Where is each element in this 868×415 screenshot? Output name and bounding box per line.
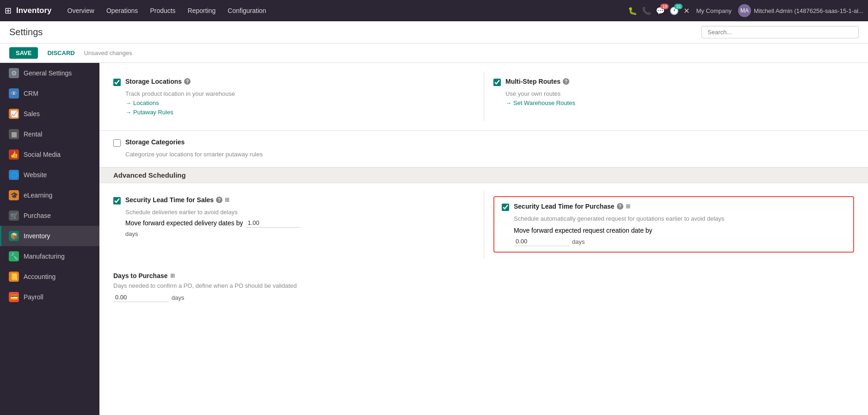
sidebar-label-payroll: Payroll [24, 293, 43, 301]
close-icon[interactable]: ✕ [683, 6, 689, 15]
sidebar-item-accounting[interactable]: 📒 Accounting [0, 266, 99, 287]
discard-button[interactable]: DISCARD [43, 47, 79, 59]
elearning-icon: 🎓 [9, 190, 19, 200]
multi-step-routes-checkbox-wrap[interactable] [493, 79, 501, 87]
sidebar-label-rental: Rental [24, 130, 42, 138]
storage-locations-row: Storage Locations ? [113, 78, 474, 87]
security-lead-purchase-input[interactable] [514, 237, 569, 246]
storage-locations-help-icon[interactable]: ? [184, 78, 191, 85]
storage-locations-checkbox[interactable] [113, 79, 121, 86]
sidebar-item-general-settings[interactable]: ⚙ General Settings [0, 63, 99, 83]
sidebar-item-social-media[interactable]: 👍 Social Media [0, 144, 99, 165]
arrow-right-icon: → [125, 99, 131, 106]
days-to-purchase-input[interactable] [113, 293, 169, 302]
days-to-purchase-row: Days to Purchase ⊞ [113, 272, 854, 279]
user-menu[interactable]: MA Mitchell Admin (14876256-saas-15-1-al… [738, 4, 863, 17]
search-input[interactable] [702, 26, 859, 38]
advanced-scheduling-label: Advanced Scheduling [113, 171, 186, 179]
sidebar-item-sales[interactable]: 📈 Sales [0, 104, 99, 124]
security-lead-sales-checkbox[interactable] [113, 197, 121, 204]
warehouse-settings-grid: Storage Locations ? Track product locati… [99, 63, 868, 130]
crm-icon: 👁 [9, 88, 19, 99]
putaway-rules-link[interactable]: → Putaway Rules [125, 109, 474, 116]
security-lead-purchase-cell: Security Lead Time for Purchase ? ⊞ Sche… [484, 191, 854, 258]
multi-step-routes-row: Multi-Step Routes ? [493, 78, 854, 87]
security-lead-purchase-checkbox-wrap[interactable] [502, 204, 509, 212]
sidebar-item-inventory[interactable]: 📦 Inventory [0, 226, 99, 246]
sidebar-item-payroll[interactable]: 💳 Payroll [0, 287, 99, 307]
storage-categories-title-wrap: Storage Categories [125, 138, 185, 146]
security-lead-purchase-checkbox[interactable] [502, 204, 509, 211]
company-selector[interactable]: My Company [696, 7, 732, 14]
purchase-icon: 🛒 [9, 211, 19, 221]
days-to-purchase-input-row: days [113, 293, 854, 302]
set-warehouse-routes-link[interactable]: → Set Warehouse Routes [505, 99, 854, 106]
clock-icon[interactable]: 🕐 31 [670, 6, 679, 15]
sidebar-item-website[interactable]: 🌐 Website [0, 165, 99, 185]
body-layout: ⚙ General Settings 👁 CRM 📈 Sales ▦ Renta… [0, 63, 868, 415]
security-lead-purchase-help-icon[interactable]: ? [617, 203, 623, 210]
sidebar-item-crm[interactable]: 👁 CRM [0, 83, 99, 104]
save-button[interactable]: SAVE [9, 47, 38, 59]
menu-overview[interactable]: Overview [62, 5, 100, 16]
security-lead-sales-checkbox-wrap[interactable] [113, 197, 121, 206]
security-lead-sales-move-label: Move forward expected delivery dates by [125, 219, 243, 227]
security-lead-purchase-value-row: days [514, 237, 846, 246]
gear-icon: ⚙ [9, 68, 19, 78]
storage-locations-title-wrap: Storage Locations ? [125, 78, 191, 85]
days-to-purchase-grid-icon[interactable]: ⊞ [170, 273, 175, 279]
sidebar-label-sales: Sales [24, 110, 40, 118]
apps-grid-icon[interactable]: ⊞ [5, 6, 12, 16]
user-avatar: MA [738, 4, 751, 17]
sidebar-item-manufacturing[interactable]: 🔧 Manufacturing [0, 246, 99, 266]
sidebar-label-website: Website [24, 171, 47, 179]
website-icon: 🌐 [9, 170, 19, 180]
sidebar-label-manufacturing: Manufacturing [24, 253, 65, 260]
storage-locations-link[interactable]: → Locations [125, 99, 474, 106]
security-lead-purchase-grid-icon[interactable]: ⊞ [626, 203, 630, 210]
days-to-purchase-desc: Days needed to confirm a PO, define when… [113, 282, 854, 289]
storage-locations-checkbox-wrap[interactable] [113, 79, 121, 87]
sidebar-item-elearning[interactable]: 🎓 eLearning [0, 185, 99, 205]
messages-icon[interactable]: 💬 19 [656, 6, 665, 15]
user-name: Mitchell Admin (14876256-saas-15-1-al... [754, 7, 863, 14]
security-lead-sales-help-icon[interactable]: ? [216, 197, 222, 203]
storage-categories-section: Storage Categories Categorize your locat… [99, 130, 868, 167]
security-lead-purchase-input-row: Move forward expected request creation d… [514, 227, 846, 234]
multi-step-routes-desc: Use your own routes [505, 90, 854, 97]
sidebar-label-social-media: Social Media [24, 151, 61, 158]
security-lead-sales-grid-icon[interactable]: ⊞ [225, 197, 229, 203]
security-lead-sales-days-label: days [125, 230, 138, 237]
menu-operations[interactable]: Operations [101, 5, 143, 16]
security-lead-purchase-row: Security Lead Time for Purchase ? ⊞ [502, 203, 846, 212]
multi-step-routes-help-icon[interactable]: ? [563, 78, 569, 85]
storage-categories-checkbox-wrap[interactable] [113, 139, 121, 148]
sidebar-item-purchase[interactable]: 🛒 Purchase [0, 205, 99, 226]
days-to-purchase-title: Days to Purchase ⊞ [113, 272, 175, 279]
menu-reporting[interactable]: Reporting [182, 5, 222, 16]
inventory-icon: 📦 [9, 231, 19, 241]
advanced-scheduling-divider: Advanced Scheduling [99, 167, 868, 183]
bug-icon[interactable]: 🐛 [628, 6, 637, 15]
phone-icon[interactable]: 📞 [642, 6, 651, 15]
security-lead-purchase-title: Security Lead Time for Purchase ? ⊞ [514, 203, 630, 210]
menu-products[interactable]: Products [144, 5, 181, 16]
security-lead-sales-input[interactable] [246, 218, 301, 228]
storage-categories-checkbox[interactable] [113, 139, 121, 147]
menu-configuration[interactable]: Configuration [222, 5, 271, 16]
topnav-utility-icons: 🐛 📞 💬 19 🕐 31 ✕ [628, 6, 689, 15]
security-lead-sales-days-row: days [125, 230, 474, 237]
sidebar-label-crm: CRM [24, 90, 38, 97]
security-lead-sales-cell: Security Lead Time for Sales ? ⊞ Schedul… [113, 191, 484, 258]
sidebar-item-rental[interactable]: ▦ Rental [0, 124, 99, 144]
rental-icon: ▦ [9, 129, 19, 139]
multi-step-routes-checkbox[interactable] [493, 79, 501, 86]
days-to-purchase-days-label: days [172, 294, 184, 301]
top-navigation: ⊞ Inventory Overview Operations Products… [0, 0, 868, 21]
arrow-right-icon-3: → [505, 99, 511, 106]
sales-icon: 📈 [9, 109, 19, 119]
sidebar-label-purchase: Purchase [24, 212, 51, 219]
multi-step-routes-cell: Multi-Step Routes ? Use your own routes … [484, 72, 854, 121]
days-to-purchase-title-wrap: Days to Purchase ⊞ [113, 272, 175, 279]
security-lead-sales-desc: Schedule deliveries earlier to avoid del… [125, 209, 474, 216]
